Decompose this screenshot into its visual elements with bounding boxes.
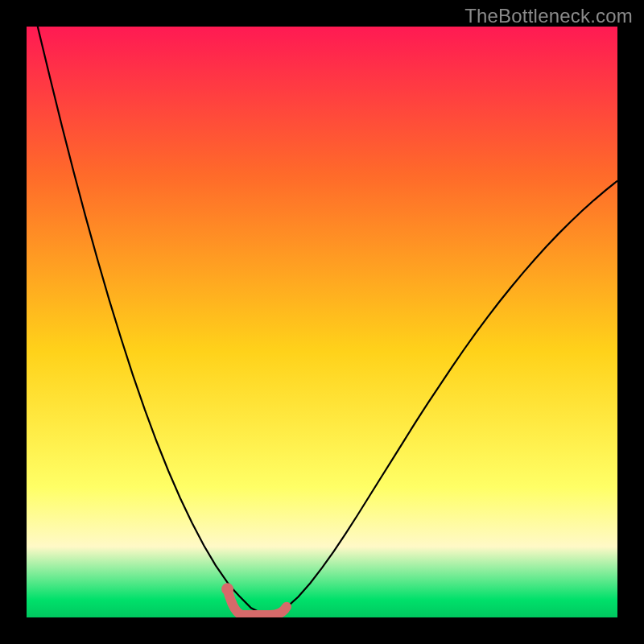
watermark-text: TheBottleneck.com <box>464 5 633 27</box>
optimal-region-start-dot <box>221 583 233 595</box>
bottleneck-chart <box>27 27 617 617</box>
